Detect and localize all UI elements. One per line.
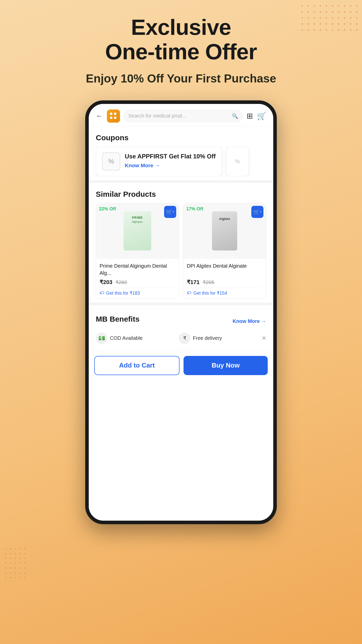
divider-2 [89, 303, 273, 305]
bottom-actions: Add to Cart Buy Now [89, 351, 273, 380]
decorative-dot [326, 17, 327, 19]
decorative-dot [350, 23, 351, 25]
app-icon-dot [110, 113, 112, 115]
decorative-dots-bottom [5, 548, 30, 589]
add-to-cart-button[interactable]: Add to Cart [94, 356, 179, 375]
product-name-1: Prime Dental Algingum Dental Alg... [100, 262, 175, 276]
decorative-dot [10, 563, 11, 564]
decorative-dot [332, 17, 333, 19]
product-name-2: DPI Algitex Dental Alginate [187, 262, 262, 276]
product-card-2: 17% Off 🛒+ DPI Algitex Dental Alginate ₹… [183, 203, 266, 299]
decorative-dot [344, 29, 345, 31]
decorative-dot [5, 567, 6, 569]
decorative-dot [332, 11, 333, 13]
decorative-dot [10, 567, 11, 569]
decorative-dots-top: // Will be rendered inline below [301, 5, 357, 35]
decorative-dot [338, 29, 339, 31]
app-icon-dot [114, 117, 116, 119]
decorative-dot [5, 558, 6, 559]
headline-line1: Exclusive [131, 15, 231, 40]
get-price-row-1: 🏷 Get this for ₹183 [100, 288, 175, 296]
decorative-dot [344, 11, 345, 13]
decorative-dot [356, 17, 357, 19]
product-card-1: 22% Off 🛒+ Algingum Prime Dental Algingu… [96, 203, 179, 299]
decorative-dot [10, 577, 11, 578]
cart-icon[interactable]: 🛒 [257, 111, 266, 120]
coupons-section: Coupons % Use APPFIRST Get Flat 10% Off … [89, 126, 273, 180]
decorative-dot [301, 17, 303, 19]
benefit-close-icon[interactable]: ✕ [262, 335, 266, 342]
add-to-cart-icon-1[interactable]: 🛒+ [164, 206, 176, 218]
mb-benefits-title: MB Benefits [96, 315, 139, 323]
coupons-scroll: % Use APPFIRST Get Flat 10% Off Know Mor… [96, 147, 266, 176]
decorative-dot [301, 23, 303, 25]
add-to-cart-icon-2[interactable]: 🛒+ [251, 206, 263, 218]
decorative-dot [308, 29, 309, 31]
decorative-dot [5, 553, 6, 554]
decorative-dot [24, 572, 25, 573]
delivery-icon: ₹ [179, 332, 190, 344]
decorative-dot [301, 11, 303, 13]
similar-products-title: Similar Products [96, 190, 266, 199]
search-bar[interactable]: Search for medical prod... 🔍 [124, 110, 243, 122]
decorative-dot [19, 567, 21, 569]
headline-line2: One-time Offer [105, 39, 257, 64]
decorative-dot [320, 17, 321, 19]
decorative-dot [314, 11, 315, 13]
decorative-dot [19, 572, 21, 573]
coupon-content-1: Use APPFIRST Get Flat 10% Off Know More … [125, 152, 216, 169]
decorative-dot [15, 548, 16, 549]
decorative-dot [24, 563, 25, 564]
phone-mockup: ← Search for medical prod... 🔍 ⊞ 🛒 Coupo… [85, 100, 277, 524]
decorative-dot [326, 29, 327, 31]
coupon-card-1: % Use APPFIRST Get Flat 10% Off Know Mor… [96, 147, 222, 176]
decorative-dot [10, 558, 11, 559]
decorative-dot [301, 5, 303, 7]
app-icon-grid [110, 113, 117, 120]
back-button[interactable]: ← [96, 112, 103, 120]
price-current-2: ₹171 [187, 279, 200, 286]
grid-view-icon[interactable]: ⊞ [247, 111, 253, 120]
topbar: ← Search for medical prod... 🔍 ⊞ 🛒 [89, 104, 273, 126]
decorative-dot [15, 577, 16, 578]
decorative-dot [338, 17, 339, 19]
product-image-area-1: 22% Off 🛒+ Algingum [96, 203, 179, 259]
get-price-text-1: Get this for ₹183 [106, 290, 140, 296]
decorative-dot [5, 563, 6, 564]
decorative-dot [19, 553, 21, 554]
mb-benefits-know-more[interactable]: Know More → [233, 318, 266, 324]
decorative-dot [19, 563, 21, 564]
decorative-dot [308, 5, 309, 7]
coupon-know-more-1[interactable]: Know More → [125, 162, 160, 168]
benefits-row: 💵 COD Available ₹ Free delivery ✕ [96, 332, 266, 344]
decorative-dot [5, 577, 6, 578]
decorative-dot [24, 577, 25, 578]
buy-now-button[interactable]: Buy Now [184, 356, 268, 375]
app-icon [107, 109, 120, 123]
decorative-dot [320, 23, 321, 25]
decorative-dot [314, 17, 315, 19]
decorative-dot [332, 23, 333, 25]
coupon-icon-2: % [235, 158, 240, 165]
product-image-area-2: 17% Off 🛒+ [183, 203, 266, 259]
product-info-2: DPI Algitex Dental Alginate ₹171 ₹205 🏷 … [183, 259, 266, 298]
get-price-row-2: 🏷 Get this for ₹154 [187, 288, 262, 296]
app-icon-dot [110, 117, 112, 119]
decorative-dot [338, 11, 339, 13]
app-icon-dot [114, 113, 116, 115]
benefits-header: MB Benefits Know More → [96, 315, 266, 328]
decorative-dot [350, 29, 351, 31]
decorative-dot [356, 5, 357, 7]
tag-icon-2: 🏷 [187, 290, 191, 296]
decorative-dot [326, 23, 327, 25]
decorative-dot [350, 11, 351, 13]
decorative-dot [24, 553, 25, 554]
phone-mockup-container: ← Search for medical prod... 🔍 ⊞ 🛒 Coupo… [0, 100, 362, 524]
decorative-dot [356, 11, 357, 13]
coupon-title-1: Use APPFIRST Get Flat 10% Off [125, 152, 216, 160]
benefit-cod: 💵 COD Available [96, 332, 174, 344]
decorative-dot [338, 23, 339, 25]
decorative-dot [338, 5, 339, 7]
similar-products-section: Similar Products 22% Off 🛒+ Algingum Pri… [89, 183, 273, 303]
decorative-dot [320, 5, 321, 7]
